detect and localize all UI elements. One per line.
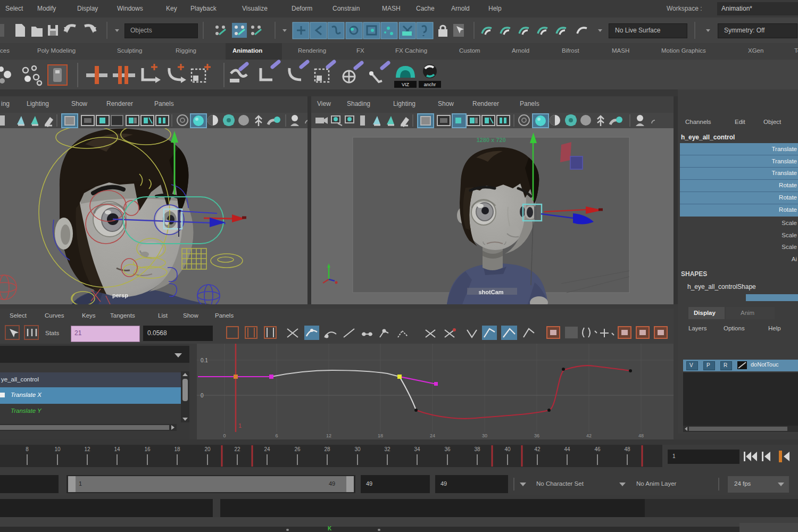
svg-text:10: 10: [54, 446, 61, 452]
svg-text:42: 42: [534, 446, 541, 452]
svg-text:42: 42: [586, 433, 592, 438]
svg-text:1: 1: [238, 422, 242, 429]
svg-text:0: 0: [201, 393, 204, 398]
svg-text:8: 8: [26, 446, 29, 452]
svg-text:36: 36: [444, 446, 451, 452]
svg-text:48: 48: [638, 433, 644, 438]
svg-text:6: 6: [275, 433, 278, 438]
svg-text:36: 36: [534, 433, 539, 438]
svg-text:34: 34: [414, 446, 420, 452]
svg-text:16: 16: [144, 446, 151, 452]
svg-text:20: 20: [204, 446, 211, 452]
svg-text:14: 14: [114, 446, 120, 452]
svg-text:shotCam: shotCam: [478, 289, 503, 295]
svg-text:46: 46: [594, 446, 601, 452]
svg-text:30: 30: [482, 433, 487, 438]
svg-text:18: 18: [378, 433, 383, 438]
svg-text:30: 30: [354, 446, 361, 452]
svg-text:0.1: 0.1: [201, 358, 208, 363]
svg-text:40: 40: [504, 446, 511, 452]
svg-text:12: 12: [326, 433, 331, 438]
svg-text:26: 26: [294, 446, 301, 452]
svg-text:22: 22: [234, 446, 240, 452]
svg-text:Stats: Stats: [45, 330, 59, 336]
svg-text:24: 24: [430, 433, 435, 438]
svg-text:38: 38: [474, 446, 480, 452]
svg-text:0: 0: [223, 433, 226, 438]
svg-text:28: 28: [324, 446, 330, 452]
svg-text:1280 x 720: 1280 x 720: [476, 137, 505, 143]
svg-text:24: 24: [264, 446, 270, 452]
svg-text:persp: persp: [112, 292, 128, 298]
svg-text:32: 32: [384, 446, 390, 452]
svg-text:anchr: anchr: [424, 82, 436, 87]
svg-text:VIZ: VIZ: [402, 82, 410, 87]
svg-text:48: 48: [624, 446, 630, 452]
svg-text:12: 12: [84, 446, 90, 452]
svg-text:44: 44: [564, 446, 570, 452]
svg-text:18: 18: [174, 446, 180, 452]
